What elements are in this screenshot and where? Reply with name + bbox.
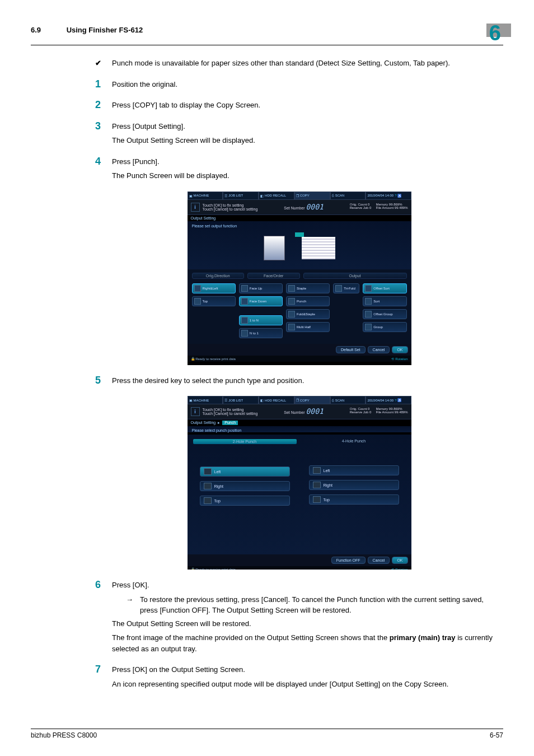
- facedown-icon: [241, 298, 248, 305]
- footer-product: bizhub PRESS C8000: [31, 731, 97, 739]
- page-header: 6.9 Using Finisher FS-612 6: [31, 22, 503, 45]
- step-subtext: An icon representing specified output mo…: [112, 679, 503, 690]
- section-title: Using Finisher FS-612: [67, 26, 143, 34]
- breadcrumb[interactable]: Output Setting: [191, 421, 216, 425]
- tab-copy[interactable]: ❐COPY: [294, 396, 330, 404]
- rotation-icon: ⟲: [391, 357, 394, 361]
- tab-copy[interactable]: ❐COPY: [294, 192, 330, 200]
- datetime-display: 2010/04/04 14:00 ? ♿: [366, 396, 411, 404]
- help-icon[interactable]: ?: [395, 399, 396, 402]
- tab-joblist[interactable]: ☰JOB LIST: [223, 396, 259, 404]
- 1ton-button[interactable]: 1 to N: [239, 315, 283, 325]
- 4hole-header[interactable]: 4-Hole Punch: [302, 439, 406, 443]
- hdd-icon: ◧: [260, 194, 264, 198]
- 2hole-left-button[interactable]: Left: [200, 466, 290, 477]
- cancel-button[interactable]: Cancel: [368, 557, 390, 564]
- copy-icon: ❐: [296, 194, 299, 198]
- step-text: Press the desired key to select the punc…: [112, 375, 503, 386]
- nto1-button[interactable]: N to 1: [239, 328, 283, 338]
- rotation-icon: ⟲: [391, 568, 394, 570]
- info-icon: i: [191, 203, 200, 212]
- substep-text: To restore the previous setting, press […: [140, 594, 503, 616]
- step-number: 1: [95, 79, 112, 94]
- step-number: 5: [95, 375, 112, 390]
- datetime-display: 2010/04/04 14:00 ? ♿: [366, 192, 411, 200]
- offsetgroup-button[interactable]: Offset Group: [363, 309, 406, 319]
- punch-left-icon: [313, 467, 321, 474]
- punch-top-icon: [313, 496, 321, 503]
- prompt-text: Please set output function: [192, 224, 407, 228]
- 2hole-right-button[interactable]: Right: [200, 481, 290, 491]
- orientation-icon: [194, 285, 201, 292]
- scan-icon: ⎙: [332, 399, 334, 402]
- copier-preview-image: [264, 236, 285, 260]
- punch-button[interactable]: Punch: [286, 296, 330, 306]
- prompt-text: Please select punch position: [192, 428, 407, 432]
- punch-screenshot: ▣MACHINE ☰JOB LIST ◧HDD RECALL ❐COPY ⎙SC…: [188, 396, 411, 570]
- info-icon: i: [191, 407, 200, 416]
- step-text: Press [Punch].: [112, 156, 503, 167]
- footer-page: 6-57: [490, 731, 503, 739]
- step-text: Press [COPY] tab to display the Copy Scr…: [112, 100, 503, 111]
- step-text: Press [Output Setting].: [112, 121, 503, 132]
- group-icon: [365, 311, 372, 318]
- ok-button[interactable]: OK: [392, 557, 407, 564]
- machine-icon: ▣: [189, 398, 193, 402]
- order-icon: [241, 317, 248, 324]
- top-button[interactable]: Top: [192, 296, 236, 306]
- accessibility-icon[interactable]: ♿: [397, 398, 401, 402]
- orientation-icon: [194, 298, 201, 305]
- info-line: Touch [Cancel] to cancel setting: [203, 207, 258, 211]
- sort-button[interactable]: Sort: [363, 296, 406, 306]
- step-text: Press [OK].: [112, 580, 503, 591]
- info-line: Touch [Cancel] to cancel setting: [203, 412, 258, 416]
- status-text: Ready to receive print data: [195, 357, 236, 361]
- checkmark-icon: ✔: [95, 58, 112, 72]
- step-subtext: The Output Setting Screen will be restor…: [112, 618, 503, 629]
- multihalf-button[interactable]: Multi Half: [286, 322, 330, 332]
- 4hole-top-button[interactable]: Top: [309, 494, 399, 505]
- trifold-button[interactable]: Tri-Fold: [333, 283, 359, 293]
- tab-machine[interactable]: ▣MACHINE: [188, 192, 223, 200]
- 4hole-left-button[interactable]: Left: [309, 465, 399, 475]
- order-icon: [241, 330, 248, 337]
- step-subtext: The Output Setting Screen will be displa…: [112, 135, 503, 146]
- defaultset-button[interactable]: Default Set: [336, 346, 366, 353]
- help-icon[interactable]: ?: [395, 194, 396, 197]
- tab-scan[interactable]: ⎙SCAN: [330, 192, 366, 200]
- ok-button[interactable]: OK: [392, 346, 407, 353]
- group-button[interactable]: Group: [363, 322, 406, 332]
- sort-icon: [365, 298, 372, 305]
- tab-hddrecall[interactable]: ◧HDD RECALL: [259, 396, 294, 404]
- list-icon: ☰: [224, 398, 227, 402]
- accessibility-icon[interactable]: ♿: [397, 194, 401, 198]
- tab-hddrecall[interactable]: ◧HDD RECALL: [259, 192, 294, 200]
- tab-joblist[interactable]: ☰JOB LIST: [223, 192, 259, 200]
- functionoff-button[interactable]: Function OFF: [331, 557, 366, 564]
- rightleft-button[interactable]: Right&Left: [192, 283, 236, 293]
- section-number: 6.9: [31, 26, 64, 34]
- 4hole-right-button[interactable]: Right: [309, 480, 399, 490]
- faceup-button[interactable]: Face Up: [239, 283, 283, 293]
- chevron-right-icon: ▸: [218, 421, 220, 425]
- facedown-button[interactable]: Face Down: [239, 296, 283, 306]
- cancel-button[interactable]: Cancel: [368, 346, 390, 353]
- tab-machine[interactable]: ▣MACHINE: [188, 396, 223, 404]
- punch-left-icon: [204, 468, 212, 475]
- machine-icon: ▣: [189, 194, 193, 198]
- foldstaple-button[interactable]: Fold&Staple: [286, 309, 330, 319]
- 2hole-header[interactable]: 2-Hole Punch: [193, 439, 297, 444]
- multihalf-icon: [288, 324, 295, 330]
- step-text: Press [OK] on the Output Setting Screen.: [112, 664, 503, 675]
- staple-button[interactable]: Staple: [286, 283, 330, 293]
- tab-scan[interactable]: ⎙SCAN: [330, 396, 366, 404]
- group-icon: [365, 324, 372, 330]
- copy-icon: ❐: [296, 398, 299, 402]
- set-number: Set Number 0001: [284, 203, 324, 212]
- 2hole-top-button[interactable]: Top: [200, 496, 290, 506]
- paper-stack-preview: [302, 237, 335, 259]
- offsetsort-button[interactable]: Offset Sort: [363, 283, 406, 293]
- info-line: Touch [OK] to fix setting: [203, 203, 258, 207]
- hdd-icon: ◧: [260, 398, 264, 402]
- chapter-number: 6: [489, 22, 503, 44]
